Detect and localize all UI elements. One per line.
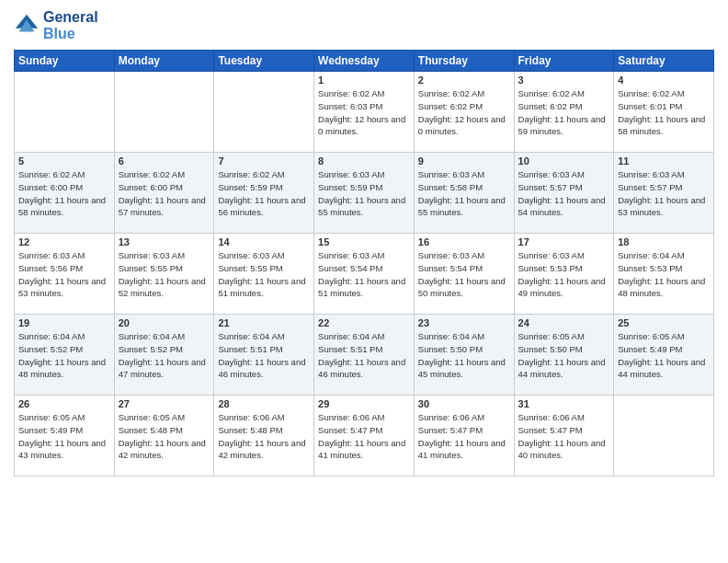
calendar-cell: 9Sunrise: 6:03 AMSunset: 5:58 PMDaylight… (414, 153, 514, 234)
day-number: 16 (418, 236, 510, 247)
day-number: 28 (218, 398, 310, 409)
cell-info: Sunrise: 6:06 AMSunset: 5:47 PMDaylight:… (418, 411, 510, 462)
calendar-week-3: 19Sunrise: 6:04 AMSunset: 5:52 PMDayligh… (15, 315, 714, 396)
logo-text: General Blue (43, 9, 98, 42)
cell-info: Sunrise: 6:02 AMSunset: 6:03 PMDaylight:… (318, 87, 410, 138)
day-number: 18 (618, 236, 710, 247)
day-number: 20 (119, 317, 210, 328)
calendar-cell: 7Sunrise: 6:02 AMSunset: 5:59 PMDaylight… (214, 153, 314, 234)
day-number: 19 (18, 317, 110, 328)
calendar-cell: 11Sunrise: 6:03 AMSunset: 5:57 PMDayligh… (614, 153, 714, 234)
header-cell-sunday: Sunday (15, 51, 115, 72)
cell-info: Sunrise: 6:06 AMSunset: 5:48 PMDaylight:… (218, 411, 310, 462)
cell-info: Sunrise: 6:03 AMSunset: 5:57 PMDaylight:… (518, 168, 610, 219)
cell-info: Sunrise: 6:04 AMSunset: 5:51 PMDaylight:… (318, 330, 410, 381)
calendar-cell: 26Sunrise: 6:05 AMSunset: 5:49 PMDayligh… (15, 396, 115, 477)
logo: General Blue (14, 9, 98, 42)
header-cell-wednesday: Wednesday (314, 51, 415, 72)
calendar-week-4: 26Sunrise: 6:05 AMSunset: 5:49 PMDayligh… (15, 396, 714, 477)
cell-info: Sunrise: 6:02 AMSunset: 6:02 PMDaylight:… (518, 87, 610, 138)
calendar-cell: 12Sunrise: 6:03 AMSunset: 5:56 PMDayligh… (15, 234, 115, 315)
cell-info: Sunrise: 6:03 AMSunset: 5:55 PMDaylight:… (119, 249, 210, 300)
day-number: 10 (518, 155, 610, 167)
cell-info: Sunrise: 6:05 AMSunset: 5:49 PMDaylight:… (618, 330, 710, 381)
cell-info: Sunrise: 6:06 AMSunset: 5:47 PMDaylight:… (518, 411, 610, 462)
cell-info: Sunrise: 6:03 AMSunset: 5:53 PMDaylight:… (518, 249, 610, 300)
day-number: 6 (119, 155, 210, 167)
calendar-cell: 18Sunrise: 6:04 AMSunset: 5:53 PMDayligh… (614, 234, 714, 315)
day-number: 23 (418, 317, 510, 328)
calendar-cell: 25Sunrise: 6:05 AMSunset: 5:49 PMDayligh… (614, 315, 714, 396)
day-number: 5 (18, 155, 110, 167)
calendar-body: 1Sunrise: 6:02 AMSunset: 6:03 PMDaylight… (15, 72, 714, 477)
cell-info: Sunrise: 6:04 AMSunset: 5:53 PMDaylight:… (618, 249, 710, 300)
day-number: 12 (18, 236, 110, 247)
calendar-cell: 1Sunrise: 6:02 AMSunset: 6:03 PMDaylight… (314, 72, 415, 153)
calendar-cell (614, 396, 714, 477)
calendar-container: General Blue SundayMondayTuesdayWednesda… (0, 0, 728, 563)
day-number: 8 (318, 155, 410, 167)
cell-info: Sunrise: 6:03 AMSunset: 5:56 PMDaylight:… (18, 249, 110, 300)
calendar-cell: 17Sunrise: 6:03 AMSunset: 5:53 PMDayligh… (514, 234, 614, 315)
cell-info: Sunrise: 6:05 AMSunset: 5:49 PMDaylight:… (18, 411, 110, 462)
day-number: 9 (418, 155, 510, 167)
day-number: 25 (618, 317, 710, 328)
cell-info: Sunrise: 6:03 AMSunset: 5:57 PMDaylight:… (618, 168, 710, 219)
day-number: 1 (318, 75, 410, 86)
calendar-cell: 29Sunrise: 6:06 AMSunset: 5:47 PMDayligh… (314, 396, 415, 477)
day-number: 29 (318, 398, 410, 409)
calendar-week-0: 1Sunrise: 6:02 AMSunset: 6:03 PMDaylight… (15, 72, 714, 153)
calendar-cell: 16Sunrise: 6:03 AMSunset: 5:54 PMDayligh… (414, 234, 514, 315)
calendar-week-2: 12Sunrise: 6:03 AMSunset: 5:56 PMDayligh… (15, 234, 714, 315)
calendar-cell: 2Sunrise: 6:02 AMSunset: 6:02 PMDaylight… (414, 72, 514, 153)
header-cell-saturday: Saturday (614, 51, 714, 72)
calendar-cell: 31Sunrise: 6:06 AMSunset: 5:47 PMDayligh… (514, 396, 614, 477)
day-number: 31 (518, 398, 610, 409)
day-number: 7 (218, 155, 310, 167)
day-number: 22 (318, 317, 410, 328)
calendar-cell: 28Sunrise: 6:06 AMSunset: 5:48 PMDayligh… (214, 396, 314, 477)
day-number: 4 (618, 75, 710, 86)
day-number: 24 (518, 317, 610, 328)
cell-info: Sunrise: 6:02 AMSunset: 6:01 PMDaylight:… (618, 87, 710, 138)
calendar-cell: 13Sunrise: 6:03 AMSunset: 5:55 PMDayligh… (114, 234, 214, 315)
day-number: 2 (418, 75, 510, 86)
header-cell-thursday: Thursday (414, 51, 514, 72)
day-number: 27 (119, 398, 210, 409)
calendar-cell (114, 72, 214, 153)
calendar-cell: 5Sunrise: 6:02 AMSunset: 6:00 PMDaylight… (15, 153, 115, 234)
day-number: 26 (18, 398, 110, 409)
cell-info: Sunrise: 6:04 AMSunset: 5:50 PMDaylight:… (418, 330, 510, 381)
day-number: 13 (119, 236, 210, 247)
cell-info: Sunrise: 6:03 AMSunset: 5:54 PMDaylight:… (418, 249, 510, 300)
day-number: 30 (418, 398, 510, 409)
logo-icon (14, 13, 40, 39)
calendar-week-1: 5Sunrise: 6:02 AMSunset: 6:00 PMDaylight… (15, 153, 714, 234)
calendar-cell (214, 72, 314, 153)
calendar-cell: 22Sunrise: 6:04 AMSunset: 5:51 PMDayligh… (314, 315, 415, 396)
cell-info: Sunrise: 6:02 AMSunset: 6:02 PMDaylight:… (418, 87, 510, 138)
day-number: 11 (618, 155, 710, 167)
calendar-cell: 30Sunrise: 6:06 AMSunset: 5:47 PMDayligh… (414, 396, 514, 477)
day-number: 14 (218, 236, 310, 247)
calendar-cell: 19Sunrise: 6:04 AMSunset: 5:52 PMDayligh… (15, 315, 115, 396)
day-number: 15 (318, 236, 410, 247)
calendar-cell: 4Sunrise: 6:02 AMSunset: 6:01 PMDaylight… (614, 72, 714, 153)
day-number: 21 (218, 317, 310, 328)
cell-info: Sunrise: 6:02 AMSunset: 6:00 PMDaylight:… (18, 168, 110, 219)
cell-info: Sunrise: 6:02 AMSunset: 5:59 PMDaylight:… (218, 168, 310, 219)
calendar-cell: 21Sunrise: 6:04 AMSunset: 5:51 PMDayligh… (214, 315, 314, 396)
calendar-cell: 20Sunrise: 6:04 AMSunset: 5:52 PMDayligh… (114, 315, 214, 396)
cell-info: Sunrise: 6:06 AMSunset: 5:47 PMDaylight:… (318, 411, 410, 462)
cell-info: Sunrise: 6:04 AMSunset: 5:52 PMDaylight:… (119, 330, 210, 381)
cell-info: Sunrise: 6:04 AMSunset: 5:52 PMDaylight:… (18, 330, 110, 381)
cell-info: Sunrise: 6:04 AMSunset: 5:51 PMDaylight:… (218, 330, 310, 381)
header: General Blue (14, 9, 714, 42)
calendar-cell: 24Sunrise: 6:05 AMSunset: 5:50 PMDayligh… (514, 315, 614, 396)
calendar-cell: 15Sunrise: 6:03 AMSunset: 5:54 PMDayligh… (314, 234, 415, 315)
header-row: SundayMondayTuesdayWednesdayThursdayFrid… (15, 51, 714, 72)
day-number: 17 (518, 236, 610, 247)
cell-info: Sunrise: 6:05 AMSunset: 5:48 PMDaylight:… (119, 411, 210, 462)
header-cell-monday: Monday (114, 51, 214, 72)
calendar-cell: 10Sunrise: 6:03 AMSunset: 5:57 PMDayligh… (514, 153, 614, 234)
